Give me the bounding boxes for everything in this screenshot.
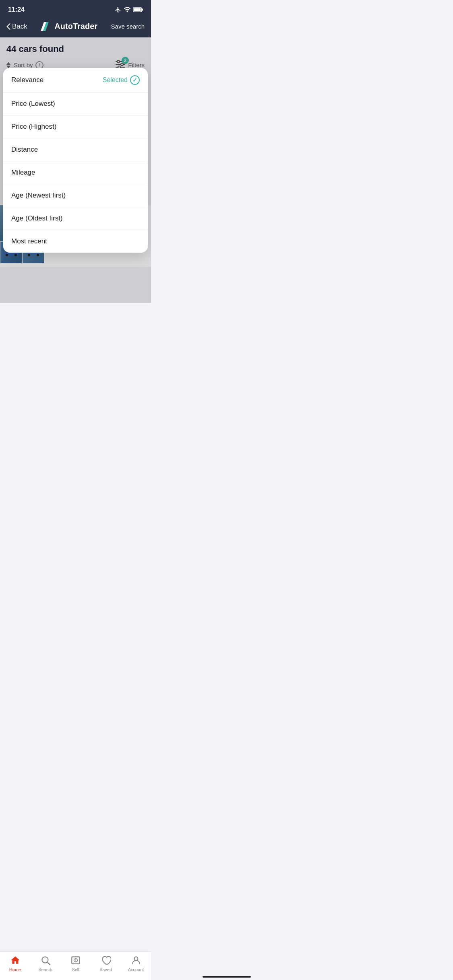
sort-option-price-lowest-label: Price (Lowest) — [11, 100, 55, 108]
sort-option-price-highest[interactable]: Price (Highest) — [3, 115, 148, 138]
logo-text: AutoTrader — [54, 22, 97, 31]
wifi-icon — [124, 7, 131, 12]
logo-icon — [41, 22, 52, 31]
battery-icon — [133, 7, 143, 12]
sort-option-most-recent-label: Most recent — [11, 237, 47, 245]
nav-bar: Back AutoTrader Save search — [0, 18, 151, 37]
sort-option-age-oldest-label: Age (Oldest first) — [11, 214, 63, 222]
back-button[interactable]: Back — [6, 23, 27, 31]
status-bar: 11:24 — [0, 0, 151, 18]
selected-indicator: Selected ✓ — [103, 75, 140, 85]
sort-option-distance[interactable]: Distance — [3, 138, 148, 161]
autotrader-logo: AutoTrader — [41, 22, 97, 31]
airplane-icon — [115, 6, 121, 13]
sort-option-age-oldest[interactable]: Age (Oldest first) — [3, 207, 148, 230]
check-circle-icon: ✓ — [130, 75, 140, 85]
status-time: 11:24 — [8, 6, 25, 13]
svg-rect-2 — [134, 8, 141, 11]
save-search-button[interactable]: Save search — [111, 23, 145, 30]
sort-option-relevance-label: Relevance — [11, 76, 43, 84]
checkmark-icon: ✓ — [132, 77, 137, 83]
sort-option-most-recent[interactable]: Most recent — [3, 230, 148, 253]
back-label: Back — [12, 23, 27, 31]
sort-option-mileage[interactable]: Mileage — [3, 161, 148, 184]
sort-option-price-highest-label: Price (Highest) — [11, 123, 56, 131]
svg-rect-1 — [142, 8, 143, 10]
sort-option-relevance[interactable]: Relevance Selected ✓ — [3, 68, 148, 93]
sort-option-age-newest[interactable]: Age (Newest first) — [3, 184, 148, 207]
sort-option-distance-label: Distance — [11, 146, 38, 154]
sort-option-age-newest-label: Age (Newest first) — [11, 191, 66, 200]
status-icons — [115, 6, 143, 13]
sort-option-mileage-label: Mileage — [11, 169, 35, 177]
sort-dropdown: Relevance Selected ✓ Price (Lowest) Pric… — [3, 68, 148, 253]
sort-option-price-lowest[interactable]: Price (Lowest) — [3, 93, 148, 115]
